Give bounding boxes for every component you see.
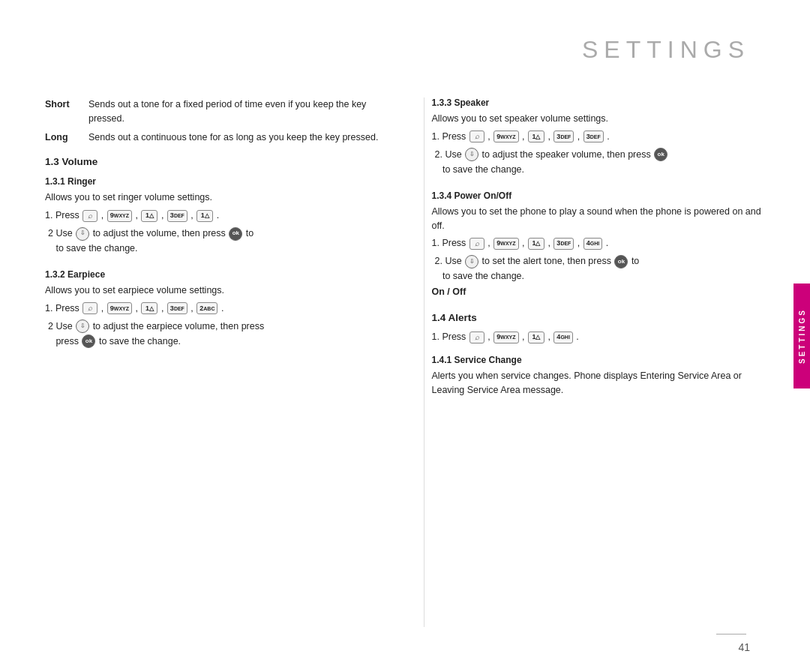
9wxyz-key-spk: 9WXYZ: [494, 130, 518, 142]
section-alerts: 1.4 Alerts: [432, 312, 766, 323]
side-tab-label: SETTINGS: [798, 308, 806, 364]
3def-key-pwr: 3DEF: [554, 238, 574, 250]
power-desc: Allows you to set the phone to play a so…: [432, 205, 766, 233]
right-column: 1.3.3 Speaker Allows you to set speaker …: [424, 98, 766, 627]
sub-ringer: 1.3.1 Ringer: [45, 176, 379, 187]
power-step1: 1. Press ⌕ , 9WXYZ , 1△ , 3DEF , 4GHI .: [432, 236, 766, 250]
1b-key: 1△: [196, 210, 213, 222]
menu-key-icon: ⌕: [82, 210, 98, 222]
ok-btn-pwr: ok: [614, 255, 628, 268]
sub-power: 1.3.4 Power On/Off: [432, 190, 766, 201]
1a-key: 1△: [141, 210, 158, 222]
nav-circle-spk: ⇩: [465, 148, 478, 161]
earpiece-step2: 2 Use ⇩ to adjust the earpiece volume, t…: [45, 319, 379, 349]
3def-key: 3DEF: [167, 210, 188, 222]
1a-key-pwr: 1△: [528, 238, 544, 250]
1a-key-spk: 1△: [528, 130, 544, 142]
sub-earpiece: 1.3.2 Earpiece: [45, 269, 379, 280]
power-step2: 2. Use ⇩ to set the alert tone, then pre…: [432, 254, 766, 284]
left-column: Short Sends out a tone for a fixed perio…: [45, 98, 394, 627]
ok-btn-spk: ok: [654, 148, 668, 161]
short-desc: Sends out a tone for a fixed period of t…: [88, 98, 379, 126]
page-divider: [716, 634, 746, 634]
9wxyz-key-pwr: 9WXYZ: [494, 238, 518, 250]
sub-service: 1.4.1 Service Change: [432, 355, 766, 365]
earpiece-step1: 1. Press ⌕ , 9WXYZ , 1△ , 3DEF , 2ABC .: [45, 301, 379, 316]
4ghi-key-pwr: 4GHI: [584, 238, 602, 250]
nav-circle-ringer: ⇩: [76, 227, 89, 241]
page-number: 41: [738, 641, 750, 653]
3def-key-ear: 3DEF: [167, 302, 188, 314]
4ghi-key-alt: 4GHI: [554, 332, 572, 344]
ringer-step2: 2 Use ⇩ to adjust the volume, then press…: [45, 226, 379, 256]
ringer-step1: 1. Press ⌕ , 9WXYZ , 1△ , 3DEF , 1△ .: [45, 208, 379, 223]
9wxyz-key-ear: 9WXYZ: [107, 302, 132, 314]
long-desc: Sends out a continuous tone for as long …: [88, 130, 379, 145]
speaker-step1: 1. Press ⌕ , 9WXYZ , 1△ , 3DEF , 3DEF .: [432, 129, 766, 144]
on-off-label: On / Off: [432, 286, 766, 297]
service-desc: Alerts you when service changes. Phone d…: [432, 369, 766, 398]
ok-btn-ringer: ok: [229, 227, 242, 241]
alerts-step1: 1. Press ⌕ , 9WXYZ , 1△ , 4GHI .: [432, 329, 766, 344]
page-title: SETTINGS: [582, 36, 750, 64]
nav-circle-pwr: ⇩: [465, 255, 478, 268]
ringer-desc: Allows you to set ringer volume settings…: [45, 190, 379, 205]
9wxyz-key: 9WXYZ: [107, 210, 132, 222]
menu-key-icon-ear: ⌕: [82, 302, 98, 314]
long-definition: Long Sends out a continuous tone for as …: [45, 130, 379, 145]
sub-speaker: 1.3.3 Speaker: [432, 98, 766, 108]
ok-btn-ear: ok: [82, 334, 95, 348]
short-label: Short: [45, 98, 81, 126]
menu-key-icon-spk: ⌕: [470, 130, 484, 142]
nav-circle-ear: ⇩: [76, 320, 89, 333]
3def-key-spk: 3DEF: [554, 130, 574, 142]
1a-key-ear: 1△: [141, 302, 158, 314]
short-definition: Short Sends out a tone for a fixed perio…: [45, 98, 379, 126]
speaker-step2: 2. Use ⇩ to adjust the speaker volume, t…: [432, 147, 766, 177]
section-volume: 1.3 Volume: [45, 156, 379, 167]
menu-key-icon-alt: ⌕: [470, 332, 484, 344]
3def-key-spk2: 3DEF: [584, 130, 604, 142]
menu-key-icon-pwr: ⌕: [470, 238, 484, 250]
9wxyz-key-alt: 9WXYZ: [494, 332, 518, 344]
2abc-key-ear: 2ABC: [196, 302, 218, 314]
side-tab: SETTINGS: [794, 284, 810, 388]
earpiece-desc: Allows you to set earpiece volume settin…: [45, 284, 379, 298]
speaker-desc: Allows you to set speaker volume setting…: [432, 112, 766, 126]
long-label: Long: [45, 130, 81, 145]
1a-key-alt: 1△: [528, 332, 544, 344]
